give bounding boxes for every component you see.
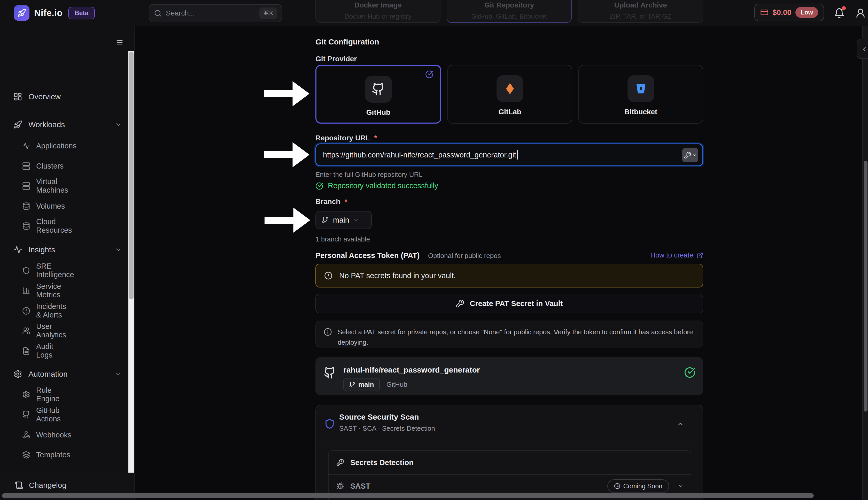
server-icon bbox=[22, 182, 30, 190]
deploy-source-card-archive[interactable]: Upload Archive ZIP, TAR, or TAR.GZ bbox=[578, 0, 703, 23]
gear-icon bbox=[13, 370, 22, 378]
alert-circle-icon bbox=[324, 271, 332, 280]
ghost-card-subtitle: ZIP, TAR, or TAR.GZ bbox=[578, 12, 703, 20]
security-scan-subtitle: SAST · SCA · Secrets Detection bbox=[339, 424, 435, 433]
sidebar-scrollbar-thumb[interactable] bbox=[129, 52, 133, 299]
badge-text: Coming Soon bbox=[623, 482, 662, 490]
gear-icon bbox=[22, 391, 30, 399]
main-content: Git Configuration Git Provider GitHub Gi… bbox=[134, 26, 862, 500]
security-scan-options: Secrets Detection SAST Coming Soon bbox=[328, 450, 691, 500]
provider-icon-box bbox=[365, 76, 392, 103]
annotation-arrow-provider bbox=[264, 81, 309, 106]
ghost-card-title: Docker Image bbox=[316, 1, 440, 9]
pat-secret-picker-button[interactable] bbox=[682, 148, 698, 162]
right-panel-strip bbox=[862, 26, 868, 500]
how-to-create-link[interactable]: How to create bbox=[650, 251, 703, 259]
repo-provider: GitHub bbox=[386, 380, 407, 389]
vertical-scrollbar-thumb[interactable] bbox=[864, 161, 867, 412]
search-input[interactable]: Search... ⌘K bbox=[149, 4, 282, 22]
repo-validation-status: Repository validated successfully bbox=[315, 181, 438, 190]
sidebar-toggle-button[interactable] bbox=[115, 39, 124, 47]
annotation-arrow-repo-url bbox=[264, 142, 309, 167]
ghost-card-title: Git Repository bbox=[447, 1, 571, 9]
sidebar-item-label: Automation bbox=[28, 370, 68, 378]
scroll-icon bbox=[14, 481, 23, 490]
shield-icon bbox=[22, 266, 30, 275]
provider-card-gitlab[interactable]: GitLab bbox=[447, 65, 572, 124]
panel-collapse-button[interactable] bbox=[857, 39, 868, 59]
notification-dot bbox=[842, 6, 846, 10]
clock-icon bbox=[614, 483, 620, 489]
bitbucket-icon bbox=[635, 83, 647, 95]
gitlab-icon bbox=[503, 82, 517, 95]
link-text: How to create bbox=[650, 251, 693, 259]
deploy-source-card-git[interactable]: Git Repository GitHub, GitLab, Bitbucket bbox=[447, 0, 572, 23]
user-menu-button[interactable] bbox=[855, 8, 866, 19]
chevron-down-icon bbox=[115, 371, 122, 378]
repo-url-help: Enter the full GitHub repository URL bbox=[315, 171, 423, 179]
credit-amount: $0.00 bbox=[773, 8, 791, 17]
sidebar-item-changelog[interactable]: Changelog bbox=[14, 481, 67, 490]
repo-summary-card: rahul-nife/react_password_generator main… bbox=[315, 357, 703, 395]
scan-row-secrets-detection[interactable]: Secrets Detection bbox=[329, 451, 691, 474]
credit-balance-button[interactable]: $0.00 Low bbox=[754, 4, 824, 21]
provider-card-bitbucket[interactable]: Bitbucket bbox=[578, 65, 703, 124]
check-circle-icon bbox=[425, 70, 433, 78]
branch-label-text: Branch bbox=[315, 197, 340, 206]
search-shortcut-badge: ⌘K bbox=[259, 8, 277, 19]
branch-value: main bbox=[333, 216, 349, 224]
branch-name: main bbox=[358, 380, 374, 389]
sidebar-item-label: Changelog bbox=[29, 481, 67, 490]
deploy-source-card-docker[interactable]: Docker Image Docker Hub or registry bbox=[315, 0, 441, 23]
credit-card-icon bbox=[760, 8, 769, 16]
repo-url-input[interactable]: https://github.com/rahul-nife/react_pass… bbox=[315, 144, 703, 166]
file-text-icon bbox=[22, 347, 30, 355]
git-branch-icon bbox=[349, 382, 355, 388]
github-icon bbox=[22, 411, 30, 419]
pat-header: Personal Access Token (PAT) Optional for… bbox=[315, 251, 703, 261]
provider-icon-box bbox=[496, 75, 524, 102]
brand[interactable]: Nife.io Beta bbox=[14, 5, 95, 21]
coming-soon-badge: Coming Soon bbox=[607, 479, 669, 493]
github-icon bbox=[324, 367, 336, 379]
note-text: Select a PAT secret for private repos, o… bbox=[338, 327, 695, 348]
branch-label: Branch* bbox=[315, 197, 347, 206]
sidebar-scrollbar[interactable] bbox=[128, 51, 134, 473]
app-window: Docker Image Docker Hub or registry Git … bbox=[0, 0, 868, 500]
branch-select[interactable]: main bbox=[315, 211, 372, 229]
sidebar-item-label: Insights bbox=[28, 245, 55, 254]
horizontal-scrollbar-thumb[interactable] bbox=[2, 493, 814, 498]
server-icon bbox=[22, 162, 30, 170]
provider-label: Bitbucket bbox=[624, 108, 657, 116]
section-title: Git Configuration bbox=[315, 37, 379, 46]
pat-label: Personal Access Token (PAT) bbox=[315, 251, 420, 260]
sidebar-item-label: Virtual Machines bbox=[36, 177, 68, 194]
branch-help: 1 branch available bbox=[315, 235, 370, 243]
check-circle-icon bbox=[315, 182, 323, 190]
security-scan-panel: Source Security Scan SAST · SCA · Secret… bbox=[315, 405, 703, 500]
provider-card-github[interactable]: GitHub bbox=[315, 65, 441, 124]
sidebar-item-label: Applications bbox=[36, 142, 77, 150]
validation-text: Repository validated successfully bbox=[328, 181, 438, 190]
create-pat-secret-button[interactable]: Create PAT Secret in Vault bbox=[315, 294, 703, 313]
shield-icon bbox=[324, 418, 335, 429]
notifications-button[interactable] bbox=[834, 8, 845, 19]
scan-row-label: SAST bbox=[350, 482, 370, 490]
alert-circle-icon bbox=[22, 307, 30, 315]
sidebar-item-label: Webhooks bbox=[36, 431, 72, 439]
database-icon bbox=[22, 202, 30, 210]
chevron-down-icon bbox=[353, 217, 359, 223]
sidebar-item-label: Workloads bbox=[28, 120, 65, 129]
key-icon bbox=[684, 151, 691, 159]
chevron-left-icon bbox=[861, 46, 868, 53]
sidebar-item-label: Service Metrics bbox=[36, 282, 61, 299]
info-icon bbox=[324, 328, 332, 336]
grid-icon bbox=[13, 92, 22, 101]
git-provider-options: GitHub GitLab Bitbucket bbox=[315, 65, 703, 124]
sidebar-item-label: Incidents & Alerts bbox=[36, 302, 66, 319]
chevron-down-icon[interactable] bbox=[678, 483, 683, 489]
chevron-up-icon[interactable] bbox=[677, 420, 684, 428]
activity-icon bbox=[22, 142, 30, 150]
layers-icon bbox=[22, 451, 30, 459]
security-scan-header[interactable]: Source Security Scan SAST · SCA · Secret… bbox=[316, 405, 703, 443]
